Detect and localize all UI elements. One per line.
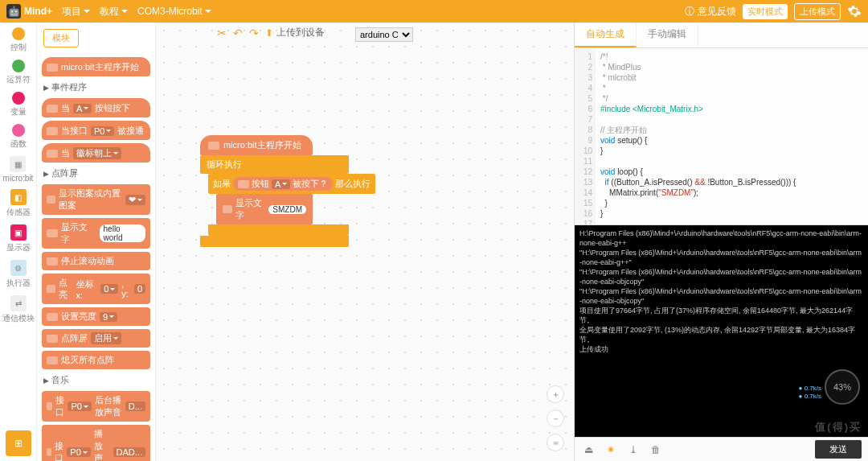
module-tab[interactable]: 模块 [43,29,79,47]
block-start[interactable]: micro:bit主程序开始 [42,57,150,76]
logo-text: Mind+ [24,6,52,17]
logo-icon: 🤖 [6,4,21,19]
block-matrix-enable[interactable]: 点阵屏启用 [42,329,150,348]
block-clear-matrix[interactable]: 熄灭所有点阵 [42,351,150,369]
cat-control[interactable]: 控制 [10,27,27,53]
cat-sensor[interactable]: ◧传感器 [6,189,31,218]
cat-variable[interactable]: 变量 [10,92,27,117]
board-dropdown[interactable]: arduino C [355,27,413,42]
script-show-text[interactable]: 显示文字SMZDM [216,194,313,224]
upload-icon: ⬆ [265,27,273,39]
cat-operator[interactable]: 运算符 [6,60,31,85]
canvas-toolbar: ✂ ↶ ↷ ⬆上传到设备 [217,26,325,39]
watermark: 值(得)买 [815,422,862,432]
menu-port[interactable]: COM3-Microbit [137,6,211,17]
block-pin-connected[interactable]: 当接口P0被接通 [42,121,150,140]
block-light-pixel[interactable]: 点亮坐标 x:0, y:0 [42,274,150,304]
undo-icon[interactable]: ↶ [233,27,243,39]
speed-stats: ● 0.7k/s● 0.7k/s [799,385,821,401]
block-palette: 模块 micro:bit主程序开始 ▶事件程序 当A按钮按下 当接口P0被接通 … [37,23,156,461]
menu-tutorial[interactable]: 教程 [100,5,128,19]
script-loop-block[interactable]: 循环执行 [200,155,349,174]
extension-icon: ⊞ [14,438,23,449]
zoom-in-button[interactable]: ＋ [547,385,564,403]
progress-ring: 43% [825,369,860,405]
zoom-reset-button[interactable]: ＝ [547,434,564,451]
main-area: 控制 运算符 变量 函数 ▦micro:bit ◧传感器 ▣显示器 ⚙执行器 ⇄… [0,23,868,461]
code-content: /*! * MindPlus * microbit * */ #include … [596,48,868,224]
zoom-out-button[interactable]: － [547,410,564,427]
code-tabs: 自动生成 手动编辑 [575,23,868,48]
code-panel: 自动生成 手动编辑 1 2 3 4 5 6 7 8 9 10 11 12 13 … [574,23,868,461]
block-play-sound[interactable]: 接口P0播放声音DAD... [42,425,150,461]
question-icon: ⓘ [685,5,694,19]
menu-project[interactable]: 项目 [62,5,90,19]
tab-manual-edit[interactable]: 手动编辑 [637,23,698,47]
upload-button[interactable]: ⬆上传到设备 [265,26,325,39]
block-bg-sound[interactable]: 接口P0后台播放声音D... [42,391,150,422]
block-canvas[interactable]: ✂ ↶ ↷ ⬆上传到设备 arduino C micro:bit主程序开始 循环… [156,23,574,461]
block-button-pressed[interactable]: 当A按钮按下 [42,98,150,117]
clear-icon[interactable]: 🗑 [649,442,663,457]
logo: 🤖 Mind+ [6,4,52,19]
cat-microbit[interactable]: ▦micro:bit [3,156,34,183]
chevron-down-icon [84,10,90,13]
chevron-down-icon [121,10,128,13]
cat-function[interactable]: 函数 [10,124,27,150]
chevron-down-icon [205,10,211,13]
block-gesture[interactable]: 当徽标朝上 [42,143,150,163]
code-editor[interactable]: 1 2 3 4 5 6 7 8 9 10 11 12 13 14 15 16 1… [575,48,868,225]
output-console[interactable]: H:\Program Files (x86)\Mind+\Arduino\har… [575,225,868,437]
block-stop-animation[interactable]: 停止滚动动画 [42,252,150,270]
upload-mode-button[interactable]: 上传模式 [794,3,841,20]
top-bar: 🤖 Mind+ 项目 教程 COM3-Microbit ⓘ意见反馈 实时模式 上… [0,0,868,23]
extension-button[interactable]: ⊞ [6,430,31,456]
cat-matrix-header[interactable]: ▶点阵屏 [37,166,155,181]
line-gutter: 1 2 3 4 5 6 7 8 9 10 11 12 13 14 15 16 1… [575,48,596,224]
scroll-icon[interactable]: ⤓ [626,442,641,457]
script-if-block[interactable]: 如果 按钮A被按下？ 那么执行 [208,174,375,194]
script-loop-end[interactable] [200,236,349,247]
cat-comm[interactable]: ⇄通信模块 [2,295,35,324]
realtime-mode-button[interactable]: 实时模式 [743,4,788,19]
zoom-controls: ＋ － ＝ [547,385,564,451]
gear-icon[interactable] [847,4,862,19]
cat-event-header[interactable]: ▶事件程序 [37,80,155,95]
category-rail: 控制 运算符 变量 函数 ▦micro:bit ◧传感器 ▣显示器 ⚙执行器 ⇄… [0,23,37,461]
connect-icon[interactable]: ✷ [604,442,618,457]
serial-bar: ⏏ ✷ ⤓ 🗑 发送 [575,437,868,461]
script-stack[interactable]: micro:bit主程序开始 循环执行 如果 按钮A被按下？ 那么执行 显示文字… [200,135,375,247]
block-show-text[interactable]: 显示文字hello world [42,218,150,249]
feedback-link[interactable]: ⓘ意见反馈 [685,5,736,19]
script-if-end[interactable] [208,224,349,236]
script-condition[interactable]: 按钮A被按下？ [233,177,333,191]
tab-auto-generate[interactable]: 自动生成 [575,23,637,47]
cat-executor[interactable]: ⚙执行器 [6,260,31,289]
block-set-brightness[interactable]: 设置亮度9 [42,307,150,326]
crop-icon[interactable]: ✂ [217,27,227,39]
cat-display[interactable]: ▣显示器 [6,224,31,253]
workspace-wrap: ✂ ↶ ↷ ⬆上传到设备 arduino C micro:bit主程序开始 循环… [156,23,868,461]
redo-icon[interactable]: ↷ [249,27,259,39]
cat-music-header[interactable]: ▶音乐 [37,373,155,388]
usb-icon[interactable]: ⏏ [581,442,596,457]
board-select[interactable]: arduino C [355,27,413,42]
block-show-image[interactable]: 显示图案或内置图案❤ [42,184,150,215]
script-start-block[interactable]: micro:bit主程序开始 [200,135,313,155]
microbit-icon [47,64,58,72]
send-button[interactable]: 发送 [815,440,862,459]
